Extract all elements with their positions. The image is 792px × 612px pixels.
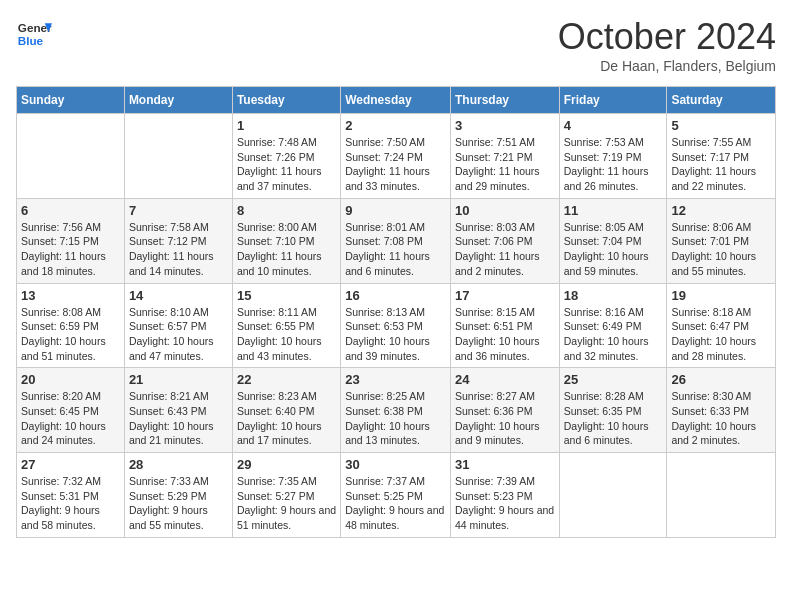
location-subtitle: De Haan, Flanders, Belgium	[558, 58, 776, 74]
day-info: Sunrise: 8:18 AM Sunset: 6:47 PM Dayligh…	[671, 305, 771, 364]
day-number: 18	[564, 288, 663, 303]
week-row-3: 13Sunrise: 8:08 AM Sunset: 6:59 PM Dayli…	[17, 283, 776, 368]
calendar-cell: 6Sunrise: 7:56 AM Sunset: 7:15 PM Daylig…	[17, 198, 125, 283]
day-info: Sunrise: 7:37 AM Sunset: 5:25 PM Dayligh…	[345, 474, 446, 533]
calendar-cell: 15Sunrise: 8:11 AM Sunset: 6:55 PM Dayli…	[232, 283, 340, 368]
month-title: October 2024	[558, 16, 776, 58]
col-header-saturday: Saturday	[667, 87, 776, 114]
day-number: 31	[455, 457, 555, 472]
day-number: 4	[564, 118, 663, 133]
col-header-thursday: Thursday	[450, 87, 559, 114]
calendar-cell: 9Sunrise: 8:01 AM Sunset: 7:08 PM Daylig…	[341, 198, 451, 283]
calendar-cell: 28Sunrise: 7:33 AM Sunset: 5:29 PM Dayli…	[124, 453, 232, 538]
calendar-cell: 11Sunrise: 8:05 AM Sunset: 7:04 PM Dayli…	[559, 198, 667, 283]
day-info: Sunrise: 8:21 AM Sunset: 6:43 PM Dayligh…	[129, 389, 228, 448]
calendar-cell	[667, 453, 776, 538]
day-info: Sunrise: 8:00 AM Sunset: 7:10 PM Dayligh…	[237, 220, 336, 279]
day-number: 28	[129, 457, 228, 472]
day-info: Sunrise: 8:10 AM Sunset: 6:57 PM Dayligh…	[129, 305, 228, 364]
calendar-cell: 29Sunrise: 7:35 AM Sunset: 5:27 PM Dayli…	[232, 453, 340, 538]
calendar-cell: 1Sunrise: 7:48 AM Sunset: 7:26 PM Daylig…	[232, 114, 340, 199]
logo-icon: General Blue	[16, 16, 52, 52]
col-header-wednesday: Wednesday	[341, 87, 451, 114]
day-info: Sunrise: 8:27 AM Sunset: 6:36 PM Dayligh…	[455, 389, 555, 448]
col-header-monday: Monday	[124, 87, 232, 114]
day-number: 15	[237, 288, 336, 303]
col-header-sunday: Sunday	[17, 87, 125, 114]
calendar-cell: 24Sunrise: 8:27 AM Sunset: 6:36 PM Dayli…	[450, 368, 559, 453]
col-header-friday: Friday	[559, 87, 667, 114]
day-info: Sunrise: 8:05 AM Sunset: 7:04 PM Dayligh…	[564, 220, 663, 279]
svg-text:Blue: Blue	[18, 34, 44, 47]
day-number: 3	[455, 118, 555, 133]
calendar-cell	[559, 453, 667, 538]
day-info: Sunrise: 7:56 AM Sunset: 7:15 PM Dayligh…	[21, 220, 120, 279]
calendar-cell: 10Sunrise: 8:03 AM Sunset: 7:06 PM Dayli…	[450, 198, 559, 283]
title-area: October 2024 De Haan, Flanders, Belgium	[558, 16, 776, 74]
logo: General Blue	[16, 16, 52, 52]
calendar-cell: 31Sunrise: 7:39 AM Sunset: 5:23 PM Dayli…	[450, 453, 559, 538]
day-number: 9	[345, 203, 446, 218]
day-info: Sunrise: 7:58 AM Sunset: 7:12 PM Dayligh…	[129, 220, 228, 279]
day-number: 23	[345, 372, 446, 387]
calendar-cell: 23Sunrise: 8:25 AM Sunset: 6:38 PM Dayli…	[341, 368, 451, 453]
day-number: 14	[129, 288, 228, 303]
calendar-cell: 25Sunrise: 8:28 AM Sunset: 6:35 PM Dayli…	[559, 368, 667, 453]
calendar-cell: 16Sunrise: 8:13 AM Sunset: 6:53 PM Dayli…	[341, 283, 451, 368]
calendar-cell: 4Sunrise: 7:53 AM Sunset: 7:19 PM Daylig…	[559, 114, 667, 199]
day-number: 27	[21, 457, 120, 472]
day-info: Sunrise: 7:32 AM Sunset: 5:31 PM Dayligh…	[21, 474, 120, 533]
day-number: 19	[671, 288, 771, 303]
day-info: Sunrise: 7:39 AM Sunset: 5:23 PM Dayligh…	[455, 474, 555, 533]
calendar-table: SundayMondayTuesdayWednesdayThursdayFrid…	[16, 86, 776, 538]
day-number: 13	[21, 288, 120, 303]
calendar-cell: 14Sunrise: 8:10 AM Sunset: 6:57 PM Dayli…	[124, 283, 232, 368]
calendar-cell: 19Sunrise: 8:18 AM Sunset: 6:47 PM Dayli…	[667, 283, 776, 368]
calendar-cell: 5Sunrise: 7:55 AM Sunset: 7:17 PM Daylig…	[667, 114, 776, 199]
day-info: Sunrise: 7:53 AM Sunset: 7:19 PM Dayligh…	[564, 135, 663, 194]
calendar-cell: 30Sunrise: 7:37 AM Sunset: 5:25 PM Dayli…	[341, 453, 451, 538]
day-info: Sunrise: 8:11 AM Sunset: 6:55 PM Dayligh…	[237, 305, 336, 364]
day-info: Sunrise: 7:33 AM Sunset: 5:29 PM Dayligh…	[129, 474, 228, 533]
calendar-cell: 8Sunrise: 8:00 AM Sunset: 7:10 PM Daylig…	[232, 198, 340, 283]
week-row-5: 27Sunrise: 7:32 AM Sunset: 5:31 PM Dayli…	[17, 453, 776, 538]
day-info: Sunrise: 8:25 AM Sunset: 6:38 PM Dayligh…	[345, 389, 446, 448]
calendar-cell	[124, 114, 232, 199]
day-number: 29	[237, 457, 336, 472]
day-number: 24	[455, 372, 555, 387]
calendar-cell: 7Sunrise: 7:58 AM Sunset: 7:12 PM Daylig…	[124, 198, 232, 283]
calendar-cell: 3Sunrise: 7:51 AM Sunset: 7:21 PM Daylig…	[450, 114, 559, 199]
day-info: Sunrise: 7:35 AM Sunset: 5:27 PM Dayligh…	[237, 474, 336, 533]
day-number: 2	[345, 118, 446, 133]
calendar-cell: 2Sunrise: 7:50 AM Sunset: 7:24 PM Daylig…	[341, 114, 451, 199]
week-row-2: 6Sunrise: 7:56 AM Sunset: 7:15 PM Daylig…	[17, 198, 776, 283]
day-info: Sunrise: 7:55 AM Sunset: 7:17 PM Dayligh…	[671, 135, 771, 194]
day-info: Sunrise: 8:13 AM Sunset: 6:53 PM Dayligh…	[345, 305, 446, 364]
day-info: Sunrise: 7:50 AM Sunset: 7:24 PM Dayligh…	[345, 135, 446, 194]
day-number: 7	[129, 203, 228, 218]
day-number: 5	[671, 118, 771, 133]
calendar-cell: 18Sunrise: 8:16 AM Sunset: 6:49 PM Dayli…	[559, 283, 667, 368]
day-number: 26	[671, 372, 771, 387]
day-number: 10	[455, 203, 555, 218]
day-number: 17	[455, 288, 555, 303]
day-info: Sunrise: 7:48 AM Sunset: 7:26 PM Dayligh…	[237, 135, 336, 194]
calendar-cell: 13Sunrise: 8:08 AM Sunset: 6:59 PM Dayli…	[17, 283, 125, 368]
calendar-cell: 22Sunrise: 8:23 AM Sunset: 6:40 PM Dayli…	[232, 368, 340, 453]
day-info: Sunrise: 8:30 AM Sunset: 6:33 PM Dayligh…	[671, 389, 771, 448]
day-number: 6	[21, 203, 120, 218]
day-number: 1	[237, 118, 336, 133]
day-info: Sunrise: 8:08 AM Sunset: 6:59 PM Dayligh…	[21, 305, 120, 364]
day-number: 30	[345, 457, 446, 472]
day-info: Sunrise: 8:03 AM Sunset: 7:06 PM Dayligh…	[455, 220, 555, 279]
day-info: Sunrise: 8:20 AM Sunset: 6:45 PM Dayligh…	[21, 389, 120, 448]
day-number: 25	[564, 372, 663, 387]
day-info: Sunrise: 8:16 AM Sunset: 6:49 PM Dayligh…	[564, 305, 663, 364]
day-number: 20	[21, 372, 120, 387]
week-row-1: 1Sunrise: 7:48 AM Sunset: 7:26 PM Daylig…	[17, 114, 776, 199]
page-header: General Blue October 2024 De Haan, Fland…	[16, 16, 776, 74]
day-info: Sunrise: 8:28 AM Sunset: 6:35 PM Dayligh…	[564, 389, 663, 448]
day-info: Sunrise: 8:01 AM Sunset: 7:08 PM Dayligh…	[345, 220, 446, 279]
day-info: Sunrise: 8:06 AM Sunset: 7:01 PM Dayligh…	[671, 220, 771, 279]
calendar-cell: 12Sunrise: 8:06 AM Sunset: 7:01 PM Dayli…	[667, 198, 776, 283]
